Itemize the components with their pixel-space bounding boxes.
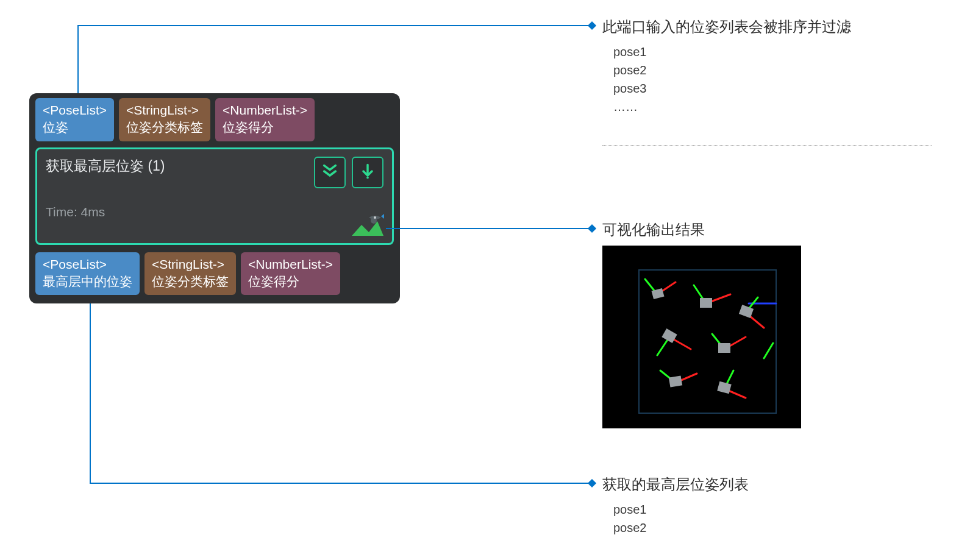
callout-marker-icon — [588, 21, 596, 30]
callout-body: pose1 pose2 — [613, 500, 932, 537]
port-type-label: <PoseList> — [43, 256, 132, 273]
callout-title: 获取的最高层位姿列表 — [602, 475, 932, 494]
port-name-label: 位姿分类标签 — [126, 119, 203, 136]
node-time-label: Time: 4ms — [46, 205, 383, 219]
output-port-numberlist[interactable]: <NumberList-> 位姿得分 — [241, 252, 340, 296]
node-button-group — [314, 157, 383, 188]
callout-marker-icon — [588, 479, 596, 487]
callout-marker-icon — [588, 224, 596, 233]
input-port-row: <PoseList> 位姿 <StringList-> 位姿分类标签 <Numb… — [35, 98, 394, 141]
node-body[interactable]: 获取最高层位姿 (1) Time: 4ms — [35, 147, 394, 245]
callout-output-poses: 获取的最高层位姿列表 pose1 pose2 — [602, 475, 932, 537]
double-chevron-down-icon — [321, 163, 338, 182]
output-port-row: <PoseList> 最高层中的位姿 <StringList-> 位姿分类标签 … — [35, 252, 394, 296]
port-type-label: <NumberList-> — [223, 102, 307, 119]
svg-point-0 — [366, 176, 369, 179]
port-name-label: 位姿 — [43, 119, 107, 136]
section-divider — [602, 145, 932, 146]
input-port-numberlist[interactable]: <NumberList-> 位姿得分 — [215, 98, 315, 141]
svg-rect-11 — [700, 298, 712, 308]
output-port-stringlist[interactable]: <StringList-> 位姿分类标签 — [144, 252, 236, 296]
callout-line: pose2 — [613, 61, 932, 79]
output-port-poselist[interactable]: <PoseList> 最高层中的位姿 — [35, 252, 140, 296]
callout-line: pose3 — [613, 79, 932, 97]
svg-rect-20 — [718, 343, 730, 353]
callout-input-poses: 此端口输入的位姿列表会被排序并过滤 pose1 pose2 pose3 …… — [602, 17, 932, 116]
callout-line: pose2 — [613, 519, 932, 537]
input-port-stringlist[interactable]: <StringList-> 位姿分类标签 — [119, 98, 210, 141]
run-button[interactable] — [352, 157, 383, 188]
callout-line: pose1 — [613, 500, 932, 519]
port-type-label: <StringList-> — [126, 102, 203, 119]
arrow-down-icon — [359, 163, 376, 182]
callout-line: pose1 — [613, 43, 932, 61]
svg-rect-26 — [717, 381, 731, 394]
visualization-preview — [602, 246, 801, 428]
callout-title: 可视化输出结果 — [602, 220, 705, 239]
svg-line-27 — [764, 343, 773, 358]
port-name-label: 位姿得分 — [223, 119, 307, 136]
callout-title: 此端口输入的位姿列表会被排序并过滤 — [602, 17, 932, 37]
port-type-label: <StringList-> — [152, 256, 229, 273]
collapse-button[interactable] — [314, 157, 346, 188]
callout-viz-output: 可视化输出结果 — [602, 220, 705, 246]
pipeline-node: <PoseList> 位姿 <StringList-> 位姿分类标签 <Numb… — [29, 93, 400, 303]
visualize-output-icon[interactable] — [351, 214, 385, 238]
port-type-label: <NumberList-> — [248, 256, 333, 273]
port-type-label: <PoseList> — [43, 102, 107, 119]
port-name-label: 位姿得分 — [248, 273, 333, 290]
callout-line: …… — [613, 97, 932, 116]
svg-rect-23 — [669, 375, 682, 387]
svg-point-2 — [374, 216, 376, 219]
callout-body: pose1 pose2 pose3 …… — [613, 43, 932, 116]
port-name-label: 最高层中的位姿 — [43, 273, 132, 290]
input-port-poselist[interactable]: <PoseList> 位姿 — [35, 98, 114, 141]
port-name-label: 位姿分类标签 — [152, 273, 229, 290]
